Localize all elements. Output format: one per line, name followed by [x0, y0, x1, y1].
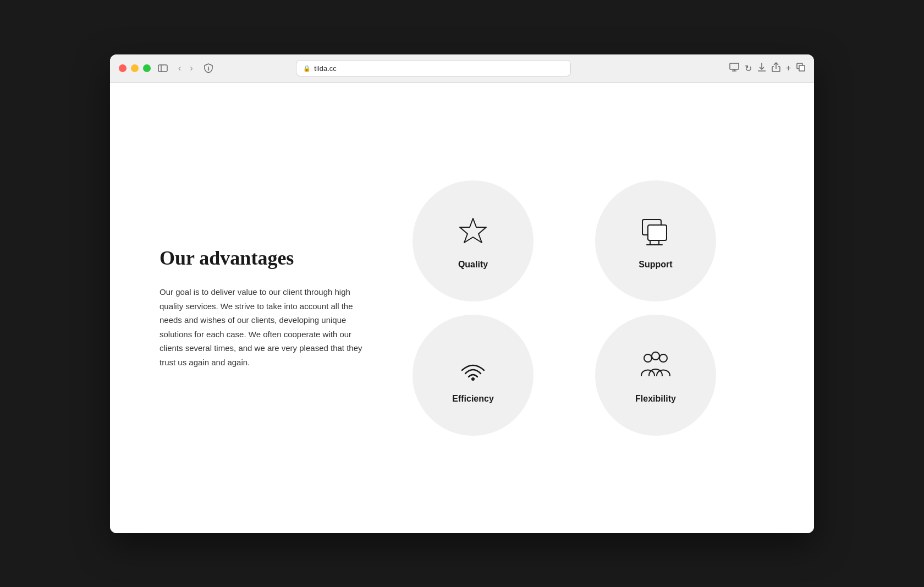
address-bar[interactable]: 🔒 tilda.cc	[296, 60, 571, 76]
close-button[interactable]	[119, 64, 127, 72]
maximize-button[interactable]	[143, 64, 151, 72]
support-label: Support	[639, 260, 672, 270]
page-description: Our goal is to deliver value to our clie…	[160, 285, 369, 369]
browser-content: Our advantages Our goal is to deliver va…	[110, 83, 814, 533]
advantage-card-flexibility: Flexibility	[595, 315, 716, 436]
nav-buttons: ‹ ›	[175, 61, 196, 75]
advantages-grid: Quality Suppo	[413, 180, 765, 436]
left-section: Our advantages Our goal is to deliver va…	[160, 246, 369, 369]
lock-icon: 🔒	[303, 65, 311, 72]
advantage-card-quality: Quality	[413, 180, 534, 301]
content-wrapper: Our advantages Our goal is to deliver va…	[160, 180, 765, 436]
cast-icon[interactable]	[729, 63, 739, 74]
page-content: Our advantages Our goal is to deliver va…	[110, 83, 814, 533]
svg-rect-14	[648, 225, 667, 240]
efficiency-icon	[454, 347, 492, 385]
advantage-card-support: Support	[595, 180, 716, 301]
browser-window: ‹ › 🔒 tilda.cc ↻	[110, 54, 814, 533]
new-tab-icon[interactable]: +	[786, 63, 791, 73]
download-icon[interactable]	[757, 62, 766, 74]
back-button[interactable]: ‹	[175, 61, 184, 75]
share-icon[interactable]	[772, 62, 780, 74]
svg-point-18	[471, 377, 475, 381]
quality-label: Quality	[458, 260, 488, 270]
refresh-icon[interactable]: ↻	[745, 63, 752, 74]
shield-icon	[203, 63, 214, 74]
flexibility-label: Flexibility	[635, 394, 676, 404]
minimize-button[interactable]	[131, 64, 139, 72]
svg-rect-4	[730, 63, 739, 69]
browser-toolbar: ‹ › 🔒 tilda.cc ↻	[110, 54, 814, 83]
svg-rect-0	[158, 65, 167, 72]
url-text: tilda.cc	[314, 64, 336, 73]
sidebar-toggle-icon[interactable]	[157, 63, 168, 74]
support-icon	[636, 212, 675, 251]
advantage-card-efficiency: Efficiency	[413, 315, 534, 436]
svg-point-3	[208, 70, 208, 70]
svg-rect-11	[799, 65, 805, 71]
svg-point-21	[652, 352, 659, 360]
efficiency-label: Efficiency	[452, 394, 494, 404]
traffic-lights	[119, 64, 151, 72]
windows-icon[interactable]	[796, 63, 805, 74]
flexibility-icon	[636, 347, 675, 385]
quality-icon	[454, 212, 492, 251]
forward-button[interactable]: ›	[186, 61, 196, 75]
toolbar-right: ↻ +	[729, 62, 805, 74]
svg-point-19	[644, 354, 652, 362]
svg-marker-12	[460, 218, 486, 243]
svg-point-20	[659, 354, 667, 362]
page-title: Our advantages	[160, 246, 369, 270]
